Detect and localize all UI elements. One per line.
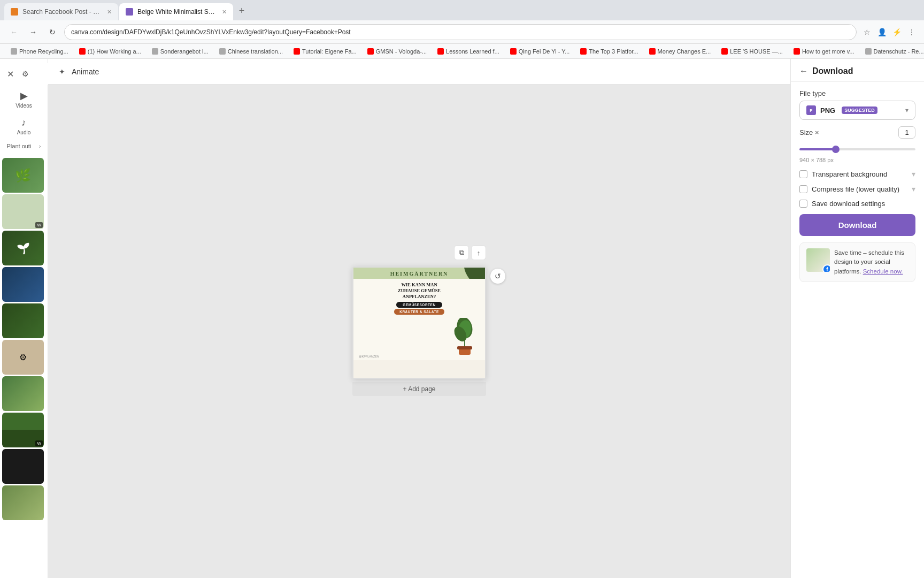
- left-sidebar: ✕ ⚙ ▶ Videos ♪ Audio Plant outi ›: [0, 59, 48, 578]
- animate-icon: ✦: [57, 66, 67, 77]
- compress-checkbox-group[interactable]: Compress file (lower quality): [799, 185, 899, 193]
- size-group: Size × 1 940 × 788 px: [799, 126, 915, 163]
- bookmark-label-5: Tutorial: Eigene Fa...: [302, 48, 357, 55]
- settings-button[interactable]: ⚙: [19, 67, 32, 80]
- browser-frame: Search Facebook Post - Canva... ✕ Beige …: [0, 0, 924, 578]
- sidebar-item-videos[interactable]: ▶ Videos: [3, 87, 45, 112]
- browser-tab-2[interactable]: Beige White Minimalist Skinc... ✕: [119, 3, 233, 20]
- bookmark-top3[interactable]: The Top 3 Platfor...: [576, 47, 642, 56]
- design-btn-2: KRÄUTER & SALATE: [394, 309, 444, 315]
- file-type-icon-text: P: [810, 108, 812, 113]
- bookmark-lee[interactable]: LEE 'S HOUSE —...: [717, 47, 787, 56]
- bookmark-favicon-10: [649, 48, 656, 55]
- transparent-bg-label: Transparent background: [812, 170, 887, 178]
- media-thumb-1[interactable]: 🌿: [2, 158, 44, 193]
- transparent-bg-checkbox-group[interactable]: Transparent background: [799, 170, 887, 178]
- tab-close-2[interactable]: ✕: [222, 9, 227, 16]
- sidebar-item-audio[interactable]: ♪ Audio: [3, 114, 45, 139]
- bookmark-how-get[interactable]: How to get more v...: [789, 47, 859, 56]
- panel-back-button[interactable]: ←: [799, 66, 808, 76]
- transparent-bg-checkbox[interactable]: [799, 170, 807, 178]
- design-btn-1: GEMÜSESORTEN: [396, 302, 442, 308]
- profile-icon[interactable]: 👤: [876, 26, 888, 38]
- size-slider-container: [799, 143, 915, 153]
- bookmark-tutorial[interactable]: Tutorial: Eigene Fa...: [289, 47, 361, 56]
- bookmark-label-10: Money Changes E...: [658, 48, 711, 55]
- media-thumb-6[interactable]: ⚙: [2, 340, 44, 375]
- size-slider[interactable]: [799, 148, 915, 150]
- promo-box: f Save time – schedule this design to yo…: [799, 242, 915, 282]
- promo-text: Save time – schedule this design to your…: [834, 248, 908, 276]
- transparent-bg-info-icon[interactable]: ▾: [912, 170, 915, 178]
- compress-checkbox[interactable]: [799, 185, 807, 193]
- canvas-share-button[interactable]: ↑: [471, 245, 486, 260]
- bookmark-how-working[interactable]: (1) How Working a...: [75, 47, 145, 56]
- file-type-group: File type P PNG SUGGESTED ▾: [799, 89, 915, 120]
- download-button[interactable]: Download: [799, 214, 915, 236]
- forward-button[interactable]: →: [26, 25, 41, 40]
- design-canvas[interactable]: HEIMGÄRTNERN WIE KANN MAN ZUHAUSE GEMÜSE…: [352, 267, 486, 379]
- media-thumb-7[interactable]: [2, 376, 44, 411]
- extension-icon[interactable]: ⚡: [891, 26, 903, 38]
- design-subtitle-1: WIE KANN MAN: [359, 282, 480, 288]
- bookmark-favicon-3: [152, 48, 158, 55]
- back-button[interactable]: ←: [6, 25, 21, 40]
- bookmark-gmsn[interactable]: GMSN - Vologda-...: [363, 47, 431, 56]
- save-settings-label: Save download settings: [812, 200, 885, 208]
- bookmark-qing[interactable]: Qing Fei De Yi - Y...: [506, 47, 574, 56]
- download-panel: ← Download File type P PNG SUGGESTED ▾: [790, 59, 924, 578]
- bookmark-star-icon[interactable]: ☆: [861, 26, 873, 38]
- media-thumb-5[interactable]: [2, 303, 44, 338]
- bookmark-datenschutz[interactable]: Datenschutz - Re...: [861, 47, 925, 56]
- bookmark-favicon-9: [580, 48, 587, 55]
- design-buttons: GEMÜSESORTEN KRÄUTER & SALATE: [359, 302, 480, 315]
- media-thumb-9[interactable]: [2, 449, 44, 484]
- refresh-canvas-button[interactable]: ↺: [490, 269, 505, 284]
- save-settings-row: Save download settings: [799, 200, 915, 208]
- audio-icon: ♪: [21, 117, 26, 128]
- bookmark-money[interactable]: Money Changes E...: [645, 47, 715, 56]
- file-type-select[interactable]: P PNG SUGGESTED ▾: [799, 101, 915, 120]
- design-plant-footer: @KPFLANZEN: [353, 317, 485, 360]
- tab-close-1[interactable]: ✕: [107, 9, 112, 16]
- save-settings-checkbox[interactable]: [799, 200, 807, 208]
- videos-icon: ▶: [20, 90, 28, 102]
- canvas-copy-button[interactable]: ⧉: [454, 245, 469, 260]
- size-row: Size × 1: [799, 126, 915, 139]
- bookmark-favicon-7: [437, 48, 444, 55]
- tab-label-2: Beige White Minimalist Skinc...: [137, 8, 218, 16]
- plant-illustration: [447, 318, 482, 358]
- browser-tab-1[interactable]: Search Facebook Post - Canva... ✕: [4, 3, 118, 20]
- design-subtitle-3: ANPFLANZEN?: [359, 294, 480, 300]
- address-bar[interactable]: canva.com/design/DAFDYwxlDjB/k1QeUnhOvzS…: [64, 24, 857, 40]
- bookmark-sonderangebot[interactable]: Sonderangebot l...: [148, 47, 213, 56]
- promo-schedule-link[interactable]: Schedule now.: [863, 268, 903, 275]
- compress-row: Compress file (lower quality) ▾: [799, 185, 915, 193]
- bookmark-chinese[interactable]: Chinese translation...: [215, 47, 287, 56]
- sidebar-audio-label: Audio: [17, 130, 31, 135]
- browser-tabs: Search Facebook Post - Canva... ✕ Beige …: [0, 0, 924, 20]
- refresh-button[interactable]: ↻: [45, 25, 60, 40]
- media-thumbnails: 🌿 W 🌱 ⚙ W: [0, 156, 48, 578]
- add-page-label: + Add page: [403, 385, 435, 393]
- tab-label-1: Search Facebook Post - Canva...: [22, 8, 103, 16]
- compress-label: Compress file (lower quality): [812, 185, 899, 193]
- media-thumb-10[interactable]: [2, 485, 44, 520]
- new-tab-button[interactable]: +: [234, 3, 249, 18]
- media-thumb-3[interactable]: 🌱: [2, 231, 44, 265]
- size-px: 940 × 788 px: [799, 157, 915, 163]
- save-settings-checkbox-group[interactable]: Save download settings: [799, 200, 885, 208]
- menu-icon[interactable]: ⋮: [906, 26, 918, 38]
- file-type-name: PNG: [820, 107, 835, 115]
- promo-thumbnail: f: [806, 248, 830, 272]
- sidebar-item-plant[interactable]: Plant outi ›: [3, 141, 45, 151]
- media-thumb-4[interactable]: [2, 267, 44, 302]
- compress-info-icon[interactable]: ▾: [912, 185, 915, 193]
- bookmark-phone-recycling[interactable]: Phone Recycling...: [6, 47, 73, 56]
- media-thumb-2[interactable]: W: [2, 194, 44, 229]
- bookmark-lessons[interactable]: Lessons Learned f...: [433, 47, 504, 56]
- add-page-button[interactable]: + Add page: [352, 382, 486, 396]
- close-animate-button[interactable]: ✕: [4, 67, 17, 80]
- media-thumb-8[interactable]: W: [2, 413, 44, 447]
- bookmark-label-8: Qing Fei De Yi - Y...: [519, 48, 570, 55]
